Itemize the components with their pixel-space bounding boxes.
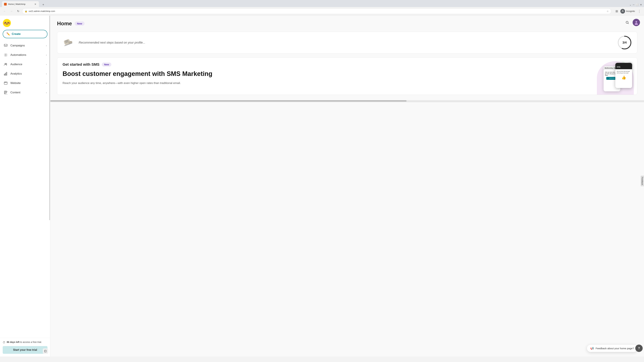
campaigns-icon: [3, 43, 8, 48]
sms-section-header: Get started with SMS New: [62, 62, 632, 67]
bookmark-icon[interactable]: ☆: [606, 10, 609, 12]
recommended-icon: [62, 36, 75, 49]
svg-point-26: [626, 21, 628, 23]
bookmarks-button[interactable]: ⊞: [614, 8, 619, 14]
close-window-button[interactable]: ✕: [640, 3, 642, 6]
sidebar-item-analytics[interactable]: Analytics ›: [0, 69, 50, 78]
svg-line-27: [628, 23, 628, 24]
phone-mockup-front: 3:51 Join our text club and get 10% off …: [615, 63, 632, 88]
lock-icon: 🔒: [25, 10, 27, 12]
sms-section-title: Get started with SMS: [62, 62, 100, 67]
scrollbar-thumb: [50, 100, 406, 102]
website-chevron: ›: [46, 82, 47, 84]
tab-list-button[interactable]: ⌄: [630, 3, 632, 6]
feedback-announcement-icon: 📢: [590, 347, 594, 350]
svg-rect-12: [4, 74, 5, 75]
page-header: Home New: [57, 20, 637, 27]
svg-rect-20: [5, 92, 8, 94]
feedback-sidebar-tab[interactable]: Feedback: [641, 176, 644, 186]
audience-label: Audience: [10, 63, 44, 66]
nav-menu: Campaigns › Automations ›: [0, 41, 50, 338]
search-button[interactable]: [624, 19, 630, 26]
minimize-button[interactable]: ─: [633, 3, 634, 6]
tab-title: Home | Mailchimp: [8, 3, 26, 5]
automations-label: Automations: [10, 53, 44, 57]
maximize-button[interactable]: ⬜: [636, 3, 639, 6]
svg-rect-14: [6, 72, 7, 75]
days-left-text: ⏱ 86 days left to access a free trial.: [3, 341, 48, 344]
menu-button[interactable]: ⋮: [636, 8, 642, 14]
campaigns-chevron: ›: [46, 44, 47, 47]
sidebar-header: [0, 15, 50, 30]
sms-new-badge: New: [102, 62, 111, 66]
svg-point-1: [622, 10, 623, 11]
svg-point-7: [8, 22, 10, 24]
phone-front-content: Join our text club and get 10% off your …: [615, 69, 632, 81]
feedback-bar[interactable]: 📢 Feedback about your home page?: [587, 345, 638, 352]
progress-text: 3/4: [622, 41, 626, 44]
help-button[interactable]: ?: [635, 345, 643, 352]
progress-indicator: 3/4: [617, 35, 632, 50]
website-icon: [3, 81, 8, 85]
svg-point-29: [636, 21, 637, 23]
analytics-label: Analytics: [10, 72, 44, 75]
tab-favicon: [4, 3, 7, 5]
automations-icon: [3, 53, 8, 57]
sidebar-footer: ⏱ 86 days left to access a free trial. S…: [0, 338, 50, 357]
content-chevron: ›: [46, 91, 47, 94]
page-new-badge: New: [75, 21, 84, 26]
sidebar-item-automations[interactable]: Automations ›: [0, 50, 50, 60]
sms-section: Get started with SMS New ✓ ∧ Boost custo…: [57, 57, 637, 95]
forward-button[interactable]: →: [9, 8, 14, 14]
recommended-section: Recommended next steps based on your pro…: [57, 32, 637, 53]
page-title: Home: [57, 20, 72, 27]
sidebar: ✏️ Create Campaigns ›: [0, 15, 50, 357]
pencil-icon: ✏️: [6, 32, 10, 36]
content-label: Content: [10, 91, 44, 94]
active-tab[interactable]: Home | Mailchimp ✕: [2, 1, 39, 7]
svg-point-10: [5, 63, 6, 64]
thumb-emoji: 👍: [617, 75, 631, 80]
analytics-chevron: ›: [46, 72, 47, 75]
phone-front-header: 3:51: [615, 63, 632, 69]
sidebar-collapse-button[interactable]: [43, 349, 48, 354]
sidebar-scrollbar: [49, 15, 50, 357]
reload-button[interactable]: ↻: [16, 8, 21, 14]
phone-front-text: Join our text club and get 10% off your …: [617, 70, 631, 74]
back-button[interactable]: ←: [2, 8, 8, 14]
start-trial-button[interactable]: Start your free trial: [3, 346, 48, 354]
sidebar-item-campaigns[interactable]: Campaigns ›: [0, 41, 50, 50]
content-icon: [3, 90, 8, 95]
automations-chevron: ›: [46, 54, 47, 56]
svg-rect-24: [44, 350, 46, 352]
svg-point-9: [5, 54, 6, 55]
svg-point-0: [5, 3, 6, 5]
new-tab-button[interactable]: +: [41, 2, 46, 7]
tab-close-button[interactable]: ✕: [34, 3, 37, 6]
address-bar[interactable]: 🔒 us21.admin.mailchimp.com ☆: [22, 8, 611, 14]
analytics-icon: [3, 71, 8, 76]
audience-icon: [3, 62, 8, 67]
website-label: Website: [10, 81, 44, 85]
sidebar-item-website[interactable]: Website ›: [0, 78, 50, 88]
phone-time: 3:51: [617, 66, 620, 68]
app-header: [620, 15, 644, 29]
bottom-scrollbar[interactable]: [50, 100, 644, 102]
audience-chevron: ›: [46, 63, 47, 66]
create-label: Create: [12, 32, 21, 36]
days-left-rest: to access a free trial.: [20, 341, 42, 344]
sms-illustration: Wednesday, May 5 Join our text club and …: [587, 61, 634, 95]
sidebar-item-audience[interactable]: Audience ›: [0, 60, 50, 69]
svg-point-11: [6, 63, 7, 64]
mailchimp-logo[interactable]: [3, 19, 11, 27]
user-avatar[interactable]: [632, 19, 640, 26]
main-content: Home New: [50, 15, 644, 357]
sms-description: Reach your audience any time, anywhere—w…: [62, 81, 376, 85]
days-left-bold: 86 days left: [7, 341, 20, 344]
create-button[interactable]: ✏️ Create: [3, 30, 48, 38]
recommended-text: Recommended next steps based on your pro…: [79, 41, 145, 44]
svg-rect-13: [5, 73, 6, 75]
campaigns-label: Campaigns: [10, 44, 44, 47]
incognito-badge[interactable]: [620, 9, 625, 13]
sidebar-item-content[interactable]: Content ›: [0, 88, 50, 97]
